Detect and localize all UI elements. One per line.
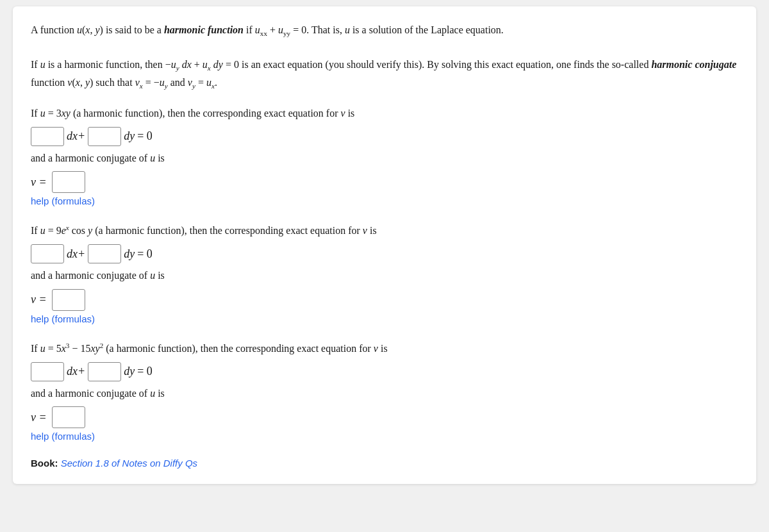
- section1-equation-row: dx+ dy = 0: [31, 127, 738, 146]
- section2-dx-input[interactable]: [31, 244, 64, 263]
- section1-v-row: v =: [31, 171, 738, 193]
- section1-v-label: v =: [31, 176, 47, 189]
- section3-eq-zero: = 0: [137, 365, 153, 378]
- intro-line2: If u is a harmonic function, then −uy dx…: [31, 56, 738, 92]
- section1-desc: If u = 3xy (a harmonic function), then t…: [31, 105, 738, 122]
- section-1: If u = 3xy (a harmonic function), then t…: [31, 105, 738, 207]
- section2-eq-zero: = 0: [137, 247, 153, 261]
- section1-dx-label: dx+: [67, 129, 85, 143]
- section-3: If u = 5x3 − 15xy2 (a harmonic function)…: [31, 340, 738, 443]
- section2-dy-input[interactable]: [88, 244, 121, 263]
- section1-eq-zero: = 0: [137, 129, 153, 143]
- section1-dx-input[interactable]: [31, 127, 64, 146]
- section3-v-label: v =: [31, 411, 47, 424]
- book-reference: Book: Section 1.8 of Notes on Diffy Qs: [31, 458, 738, 469]
- section1-conj-label: and a harmonic conjugate of u is: [31, 150, 738, 167]
- section3-v-input[interactable]: [52, 406, 85, 428]
- intro-block: A function u(x, y) is said to be a harmo…: [31, 22, 738, 92]
- section2-help-link[interactable]: help (formulas): [31, 313, 95, 324]
- section3-dy-input[interactable]: [88, 362, 121, 381]
- section2-desc: If u = 9ex cos y (a harmonic function), …: [31, 222, 738, 239]
- section3-dx-input[interactable]: [31, 362, 64, 381]
- intro-line1: A function u(x, y) is said to be a harmo…: [31, 22, 738, 40]
- section1-dy-label: dy: [124, 129, 135, 143]
- section1-help-link[interactable]: help (formulas): [31, 195, 95, 206]
- section-2: If u = 9ex cos y (a harmonic function), …: [31, 222, 738, 325]
- section2-v-row: v =: [31, 289, 738, 311]
- section3-dy-label: dy: [124, 365, 135, 378]
- section2-dy-label: dy: [124, 247, 135, 261]
- main-card: A function u(x, y) is said to be a harmo…: [13, 6, 756, 484]
- section3-help-link[interactable]: help (formulas): [31, 431, 95, 442]
- book-label: Book:: [31, 458, 58, 469]
- section2-v-input[interactable]: [52, 289, 85, 311]
- section1-dy-input[interactable]: [88, 127, 121, 146]
- section2-conj-label: and a harmonic conjugate of u is: [31, 267, 738, 284]
- section3-dx-label: dx+: [67, 365, 85, 378]
- section2-v-label: v =: [31, 293, 47, 306]
- book-link[interactable]: Section 1.8 of Notes on Diffy Qs: [61, 458, 197, 469]
- section2-dx-label: dx+: [67, 247, 85, 261]
- section3-desc: If u = 5x3 − 15xy2 (a harmonic function)…: [31, 340, 738, 357]
- section3-equation-row: dx+ dy = 0: [31, 362, 738, 381]
- section3-conj-label: and a harmonic conjugate of u is: [31, 385, 738, 402]
- section3-v-row: v =: [31, 406, 738, 428]
- section1-v-input[interactable]: [52, 171, 85, 193]
- section2-equation-row: dx+ dy = 0: [31, 244, 738, 263]
